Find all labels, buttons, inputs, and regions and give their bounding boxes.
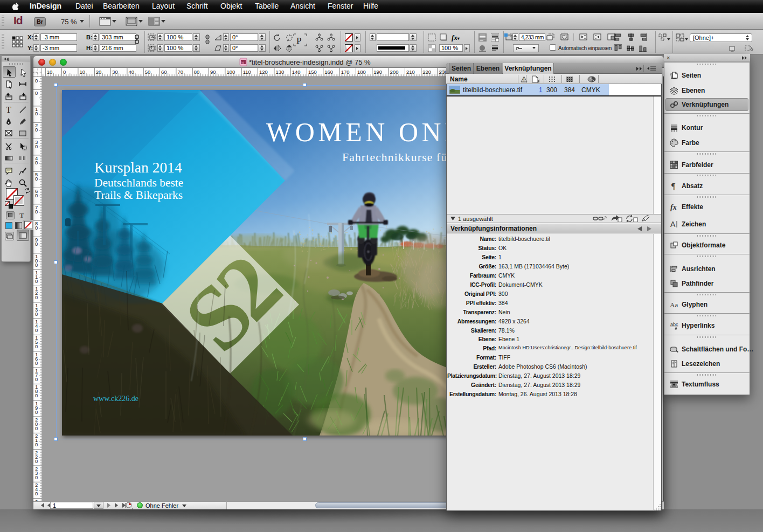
svg-text:0: 0 [35,376,38,382]
svg-text:0: 0 [35,458,38,464]
svg-text:210: 210 [406,69,415,75]
svg-text:130: 130 [275,69,284,75]
svg-text:90: 90 [210,69,216,75]
svg-text:140: 140 [292,69,301,75]
svg-text:T: T [6,105,11,114]
svg-text:0: 0 [35,192,38,198]
svg-text:0: 0 [35,327,38,333]
svg-text:220: 220 [422,69,431,75]
svg-text:0: 0 [35,441,38,447]
svg-text:100: 100 [226,69,235,75]
svg-text:0: 0 [63,69,66,75]
svg-text:30: 30 [112,69,118,75]
svg-text:0: 0 [35,176,38,182]
svg-text:150: 150 [308,69,317,75]
svg-text:¶: ¶ [671,182,676,190]
svg-text:0: 0 [35,409,38,415]
svg-text:40: 40 [128,69,134,75]
svg-text:0: 0 [35,110,38,116]
svg-text:190: 190 [373,69,382,75]
svg-text:0: 0 [35,311,38,317]
svg-text:80: 80 [194,69,200,75]
svg-text:0: 0 [35,225,38,231]
svg-text:170: 170 [341,69,350,75]
svg-text:0: 0 [35,78,38,84]
svg-text:70: 70 [177,69,183,75]
svg-text:0: 0 [35,160,38,165]
svg-text:0: 0 [35,127,38,133]
svg-text:Aa: Aa [670,301,678,309]
svg-text:abc: abc [670,322,678,327]
svg-text:180: 180 [357,69,366,75]
svg-text:0: 0 [35,425,38,431]
svg-text:160: 160 [324,69,333,75]
svg-text:50: 50 [145,69,151,75]
svg-text:0: 0 [35,490,38,496]
svg-text:60: 60 [161,69,167,75]
svg-text:0: 0 [35,294,38,300]
svg-text:0: 0 [35,143,38,149]
svg-text:110: 110 [243,69,251,75]
svg-text:0: 0 [35,360,38,366]
svg-text:0: 0 [35,392,38,398]
svg-text:0: 0 [35,90,38,96]
svg-text:0: 0 [35,209,38,215]
svg-text:0: 0 [35,241,38,247]
svg-text:0: 0 [35,262,38,268]
svg-text:10: 10 [79,69,85,75]
svg-text:!: ! [523,77,525,82]
svg-text:fx: fx [670,203,677,211]
svg-text:10: 10 [47,69,53,75]
svg-text:200: 200 [390,69,399,75]
svg-text:0: 0 [35,474,38,480]
svg-text:0: 0 [35,343,38,349]
svg-text:Id: Id [241,61,244,64]
svg-text:0: 0 [35,278,38,284]
svg-text:A: A [670,220,676,229]
svg-text:120: 120 [259,69,268,75]
svg-text:20: 20 [96,69,102,75]
